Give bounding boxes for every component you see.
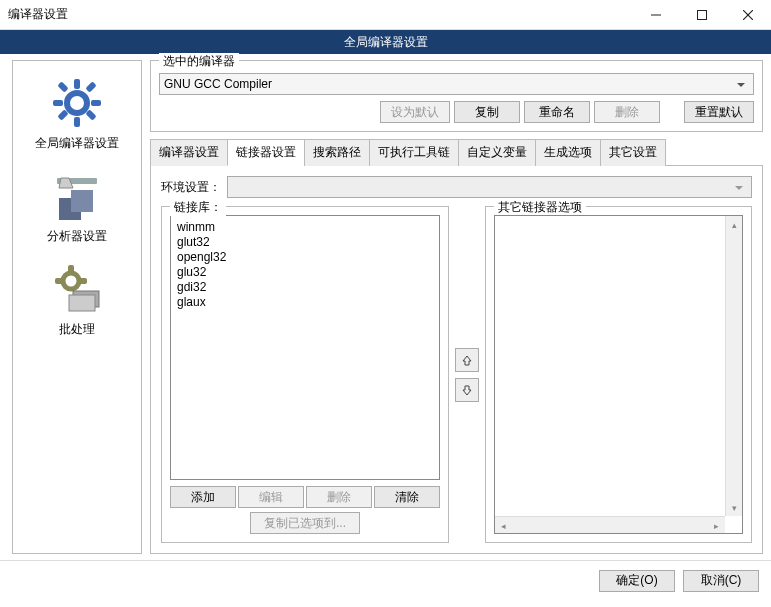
svg-rect-21 (69, 295, 95, 311)
link-libs-group: 链接库： winmm glut32 opengl32 glu32 gdi32 g… (161, 206, 449, 543)
sidebar-item-label: 分析器设置 (47, 228, 107, 245)
svg-point-16 (63, 273, 79, 289)
window-title: 编译器设置 (0, 6, 633, 23)
svg-rect-9 (57, 81, 68, 92)
tab-build-options[interactable]: 生成选项 (535, 139, 601, 166)
other-linker-title: 其它链接器选项 (494, 199, 586, 216)
other-linker-group: 其它链接器选项 ▴ ▾ ◂ ▸ (485, 206, 752, 543)
delete-button[interactable]: 删除 (594, 101, 660, 123)
dialog-footer: 确定(O) 取消(C) (0, 560, 771, 600)
tab-linker-settings[interactable]: 链接器设置 (227, 139, 305, 166)
close-button[interactable] (725, 0, 771, 30)
other-linker-textbox[interactable]: ▴ ▾ ◂ ▸ (494, 215, 743, 534)
compiler-select[interactable]: GNU GCC Compiler (159, 73, 754, 95)
svg-rect-7 (53, 100, 63, 106)
banner-title: 全局编译器设置 (344, 34, 428, 51)
compiler-select-value: GNU GCC Compiler (164, 77, 272, 91)
maximize-button[interactable] (679, 0, 725, 30)
selected-compiler-legend: 选中的编译器 (159, 53, 239, 70)
clear-libs-button[interactable]: 清除 (374, 486, 440, 508)
minimize-button[interactable] (633, 0, 679, 30)
scroll-up-icon: ▴ (726, 216, 743, 233)
svg-point-4 (67, 93, 87, 113)
move-down-button[interactable] (455, 378, 479, 402)
copy-selected-button[interactable]: 复制已选项到... (250, 512, 360, 534)
tab-other-settings[interactable]: 其它设置 (600, 139, 666, 166)
sidebar-item-label: 全局编译器设置 (35, 135, 119, 152)
env-label: 环境设置： (161, 179, 221, 196)
svg-rect-15 (71, 190, 93, 212)
sidebar-item-batch[interactable]: 批处理 (17, 255, 137, 344)
sidebar-item-analyzer[interactable]: 分析器设置 (17, 162, 137, 251)
selected-compiler-fieldset: 选中的编译器 GNU GCC Compiler 设为默认 复制 重命名 删除 重… (150, 60, 763, 132)
tabs: 编译器设置 链接器设置 搜索路径 可执行工具链 自定义变量 生成选项 其它设置 (150, 138, 763, 166)
caliper-icon (49, 168, 105, 224)
reorder-buttons (453, 206, 481, 543)
move-up-button[interactable] (455, 348, 479, 372)
title-bar: 编译器设置 (0, 0, 771, 30)
link-libs-listbox[interactable]: winmm glut32 opengl32 glu32 gdi32 glaux (170, 215, 440, 480)
delete-lib-button[interactable]: 删除 (306, 486, 372, 508)
svg-rect-17 (68, 265, 74, 273)
svg-rect-18 (55, 278, 63, 284)
tab-compiler-settings[interactable]: 编译器设置 (150, 139, 228, 166)
tab-search-paths[interactable]: 搜索路径 (304, 139, 370, 166)
copy-button[interactable]: 复制 (454, 101, 520, 123)
sidebar-item-label: 批处理 (59, 321, 95, 338)
vertical-scrollbar[interactable]: ▴ ▾ (725, 216, 742, 516)
content-area: 选中的编译器 GNU GCC Compiler 设为默认 复制 重命名 删除 重… (150, 60, 763, 554)
reset-defaults-button[interactable]: 重置默认 (684, 101, 754, 123)
sidebar: 全局编译器设置 分析器设置 批处理 (12, 60, 142, 554)
rename-button[interactable]: 重命名 (524, 101, 590, 123)
scroll-down-icon: ▾ (726, 499, 743, 516)
tab-body: 环境设置： 链接库： winmm glut32 opengl32 glu32 g… (150, 166, 763, 554)
banner: 全局编译器设置 (0, 30, 771, 54)
scroll-right-icon: ▸ (708, 517, 725, 534)
env-select[interactable] (227, 176, 752, 198)
svg-rect-8 (91, 100, 101, 106)
cancel-button[interactable]: 取消(C) (683, 570, 759, 592)
ok-button[interactable]: 确定(O) (599, 570, 675, 592)
svg-rect-11 (85, 81, 96, 92)
set-default-button[interactable]: 设为默认 (380, 101, 450, 123)
tab-toolchain[interactable]: 可执行工具链 (369, 139, 459, 166)
batch-gear-icon (49, 261, 105, 317)
add-lib-button[interactable]: 添加 (170, 486, 236, 508)
svg-rect-6 (74, 117, 80, 127)
sidebar-item-compiler[interactable]: 全局编译器设置 (17, 69, 137, 158)
svg-rect-1 (698, 10, 707, 19)
gear-icon (49, 75, 105, 131)
scroll-left-icon: ◂ (495, 517, 512, 534)
tab-custom-vars[interactable]: 自定义变量 (458, 139, 536, 166)
link-libs-title: 链接库： (170, 199, 226, 216)
edit-lib-button[interactable]: 编辑 (238, 486, 304, 508)
svg-rect-19 (79, 278, 87, 284)
horizontal-scrollbar[interactable]: ◂ ▸ (495, 516, 725, 533)
svg-rect-5 (74, 79, 80, 89)
